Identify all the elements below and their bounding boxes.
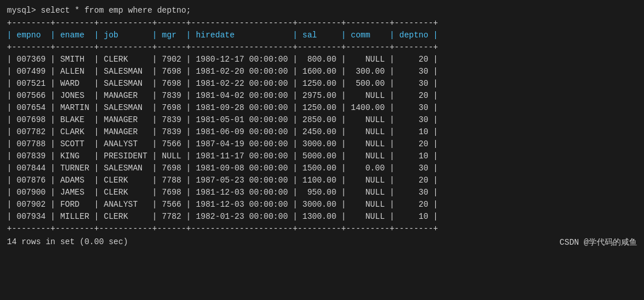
table-row: | 007788 | SCOTT | ANALYST | 7566 | 1987… [7, 138, 637, 150]
footer: 14 rows in set (0.00 sec) CSDN @学代码的咸鱼 [7, 237, 637, 248]
sql-command: mysql> select * from emp where deptno; [7, 6, 637, 15]
divider-header: +--------+--------+-----------+------+--… [7, 41, 637, 54]
table-row: | 007566 | JONES | MANAGER | 7839 | 1981… [7, 90, 637, 102]
divider-bottom: +--------+--------+-----------+------+--… [7, 223, 637, 235]
table-row: | 007654 | MARTIN | SALESMAN | 7698 | 19… [7, 102, 637, 114]
row-count: 14 rows in set (0.00 sec) [7, 237, 128, 248]
table-row: | 007782 | CLARK | MANAGER | 7839 | 1981… [7, 126, 637, 138]
table-row: | 007902 | FORD | ANALYST | 7566 | 1981-… [7, 199, 637, 211]
table-row: | 007900 | JAMES | CLERK | 7698 | 1981-1… [7, 187, 637, 199]
terminal-window: mysql> select * from emp where deptno; +… [7, 6, 637, 248]
divider-top: +--------+--------+-----------+------+--… [7, 17, 637, 29]
table-row: | 007934 | MILLER | CLERK | 7782 | 1982-… [7, 211, 637, 223]
table-row: | 007844 | TURNER | SALESMAN | 7698 | 19… [7, 162, 637, 174]
table-row: | 007499 | ALLEN | SALESMAN | 7698 | 198… [7, 66, 637, 78]
table-row: | 007876 | ADAMS | CLERK | 7788 | 1987-0… [7, 174, 637, 187]
table-body: | 007369 | SMITH | CLERK | 7902 | 1980-1… [7, 54, 637, 223]
table-row: | 007521 | WARD | SALESMAN | 7698 | 1981… [7, 78, 637, 90]
table-row: | 007698 | BLAKE | MANAGER | 7839 | 1981… [7, 114, 637, 126]
table-row: | 007839 | KING | PRESIDENT | NULL | 198… [7, 150, 637, 162]
table-row: | 007369 | SMITH | CLERK | 7902 | 1980-1… [7, 54, 637, 66]
attribution: CSDN @学代码的咸鱼 [560, 237, 637, 248]
table-header: | empno | ename | job | mgr | hiredate |… [7, 29, 637, 41]
